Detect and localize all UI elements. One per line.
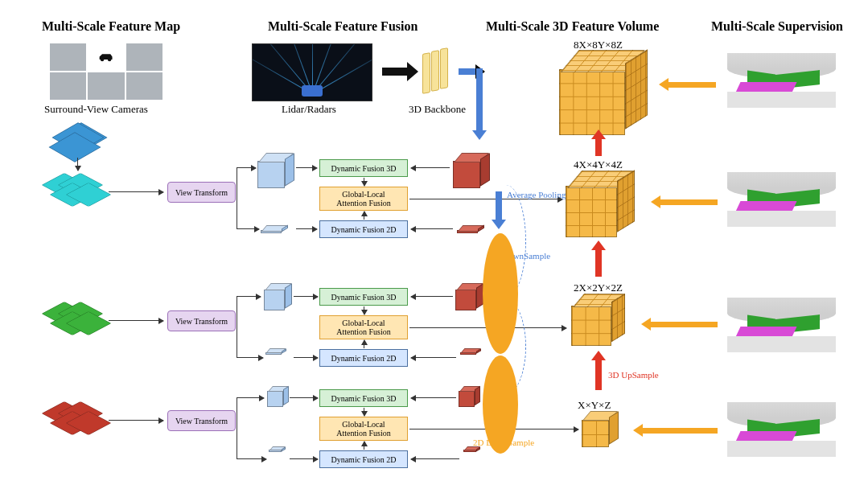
view-transform-2: View Transform — [167, 310, 236, 331]
gla-line2-r3: Attention Fusion — [336, 429, 391, 438]
scale-1: X×Y×Z — [578, 399, 611, 412]
branch-bot-r2 — [237, 357, 263, 358]
gla-line1-r1: Global-Local — [342, 190, 385, 199]
gla-line2-r2: Attention Fusion — [336, 327, 391, 336]
view-transform-3: View Transform — [167, 410, 236, 431]
sup-arrow-1x — [642, 428, 718, 434]
link-cam3d-r1 — [296, 167, 317, 168]
arrow-lidar-to-backbone — [382, 68, 408, 76]
link-cam2d-r1 — [296, 228, 317, 229]
camera-montage — [50, 43, 162, 100]
scale-2: 2X×2Y×2Z — [574, 282, 623, 294]
arrow-planes2-to-vt — [109, 320, 163, 321]
supervision-thumb-8x — [727, 53, 836, 108]
caption-backbone: 3D Backbone — [409, 103, 466, 116]
dynamic-fusion-2d-r2: Dynamic Fusion 2D — [319, 349, 408, 367]
gla-line1-r2: Global-Local — [342, 319, 385, 327]
branch-stem-r2 — [237, 296, 237, 357]
sup-arrow-4x — [660, 199, 718, 205]
dynamic-fusion-2d-r3: Dynamic Fusion 2D — [319, 450, 408, 468]
scale-4: 4X×4Y×4Z — [574, 158, 623, 171]
arrowhead-lidar-to-backbone — [407, 62, 418, 81]
arrow-stack-to-planes — [77, 158, 78, 171]
backbone-slabs-icon — [422, 48, 455, 95]
branch-bot-r3 — [237, 458, 266, 459]
link-df2d-gla-r2 — [364, 340, 364, 348]
link-df3d-gla-r3 — [364, 408, 364, 416]
sup-arrow-2x — [650, 322, 718, 327]
branch-bot-r1 — [237, 228, 259, 229]
link-lidar3d-r1 — [411, 167, 450, 168]
branch-stem-r1 — [237, 167, 237, 228]
sup-arrow-8x — [668, 82, 716, 88]
link-cam3d-r3 — [290, 397, 318, 398]
arrow-backbone-down — [476, 68, 483, 131]
link-lidar2d-r3 — [411, 458, 459, 459]
link-lidar3d-r3 — [411, 397, 456, 398]
upsample-arrow-1 — [595, 360, 602, 390]
gla-line2-r1: Attention Fusion — [336, 199, 391, 208]
global-local-attention-r1: Global-LocalAttention Fusion — [319, 187, 408, 211]
dynamic-fusion-2d-r1: Dynamic Fusion 2D — [319, 220, 408, 238]
dynamic-fusion-3d-r1: Dynamic Fusion 3D — [319, 159, 408, 177]
global-local-attention-r3: Global-LocalAttention Fusion — [319, 417, 408, 441]
caption-cameras: Surround-View Cameras — [44, 103, 148, 116]
branch-stem-r3 — [237, 397, 237, 458]
link-df3d-gla-r1 — [364, 178, 364, 186]
dash-2d-1 — [483, 233, 518, 354]
dynamic-fusion-3d-r3: Dynamic Fusion 3D — [319, 389, 408, 407]
link-cam2d-r3 — [290, 458, 318, 459]
supervision-thumb-2x — [727, 298, 836, 352]
upsample-arrow-2 — [595, 249, 602, 277]
heading-volume: Multi-Scale 3D Feature Volume — [486, 19, 659, 34]
link-df3d-gla-r2 — [364, 306, 364, 314]
supervision-thumb-4x — [727, 172, 836, 227]
branch-top-r1 — [237, 167, 256, 168]
arrow-backbone-right — [459, 68, 476, 75]
branch-top-r2 — [237, 296, 261, 297]
view-transform-1: View Transform — [167, 182, 236, 203]
link-df2d-gla-r1 — [364, 212, 364, 220]
lidar-preview — [252, 43, 372, 101]
branch-top-r3 — [237, 397, 264, 398]
heading-feature-map: Multi-Scale Feature Map — [42, 19, 180, 34]
link-lidar2d-r2 — [411, 357, 456, 358]
heading-supervision: Multi-Scale Supervision — [711, 19, 843, 34]
arrow-planes1-to-vt — [109, 191, 163, 192]
caption-lidar: Lidar/Radars — [282, 103, 336, 116]
link-df2d-gla-r3 — [364, 442, 364, 450]
upsample-arrow-3 — [595, 138, 602, 156]
link-lidar3d-r2 — [411, 296, 453, 297]
supervision-thumb-1x — [727, 402, 836, 457]
dash-2d-2 — [483, 356, 518, 454]
global-local-attention-r2: Global-LocalAttention Fusion — [319, 315, 408, 339]
link-cam3d-r2 — [294, 296, 318, 297]
arrow-planes3-to-vt — [109, 420, 163, 421]
heading-fusion: Multi-Scale Feature Fusion — [268, 19, 418, 34]
gla-line1-r3: Global-Local — [342, 420, 385, 429]
link-cam2d-r2 — [294, 357, 318, 358]
dynamic-fusion-3d-r2: Dynamic Fusion 3D — [319, 288, 408, 306]
label-upsample-3d: 3D UpSample — [608, 370, 659, 380]
link-lidar2d-r1 — [411, 228, 453, 229]
